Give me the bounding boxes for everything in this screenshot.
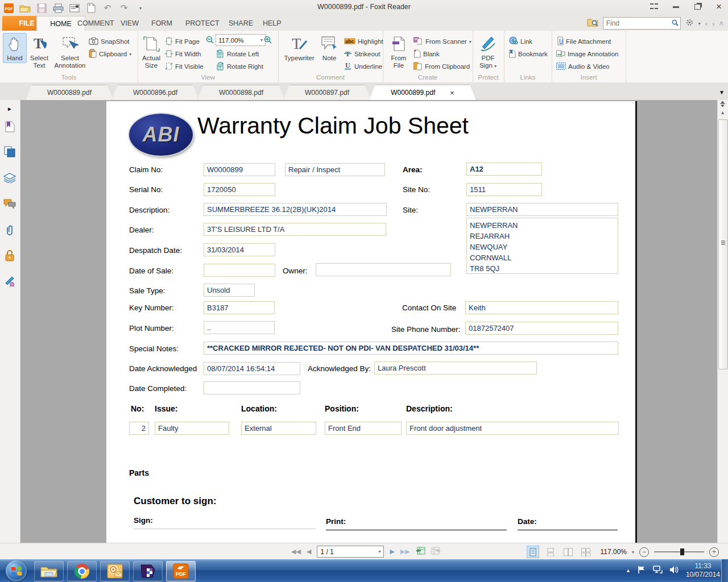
attachments-panel-icon[interactable] bbox=[3, 224, 16, 236]
claim-type-field[interactable]: Repair / Inspect bbox=[285, 163, 385, 176]
tab-protect[interactable]: PROTECT bbox=[177, 16, 228, 31]
fit-page-button[interactable]: Fit Page bbox=[165, 36, 200, 47]
site-phone-field[interactable]: 01872572407 bbox=[465, 322, 618, 335]
zoom-level-select[interactable]: 117.00%▾ bbox=[216, 34, 266, 46]
typewriter-button[interactable]: T Typewriter bbox=[283, 33, 316, 62]
tab-close-icon[interactable]: × bbox=[450, 89, 454, 97]
comments-panel-icon[interactable] bbox=[3, 198, 16, 210]
contact-on-site-field[interactable]: Keith bbox=[465, 301, 618, 314]
doc-tab-5-active[interactable]: W0000899.pdf× bbox=[369, 85, 476, 100]
doc-tab-2[interactable]: W0000896.pdf bbox=[111, 85, 199, 100]
file-attachment-button[interactable]: File Attachment bbox=[556, 36, 611, 47]
description-field[interactable]: SUMMERBREEZE 36.12(2B)(UK)2014 bbox=[204, 203, 387, 216]
issue-no-cell[interactable]: 2 bbox=[129, 422, 149, 435]
note-button[interactable]: Note bbox=[318, 33, 341, 62]
doc-tab-4[interactable]: W0000897.pdf bbox=[283, 85, 371, 100]
fit-width-button[interactable]: Fit Width bbox=[165, 48, 201, 60]
taskbar-chrome-button[interactable] bbox=[67, 561, 97, 581]
zoom-percent-caret-icon[interactable]: ▾ bbox=[632, 550, 634, 555]
previous-view-icon[interactable] bbox=[416, 546, 425, 557]
claim-no-field[interactable]: W0000899 bbox=[204, 163, 275, 176]
fullscreen-toggle-icon[interactable] bbox=[648, 2, 660, 11]
tab-view[interactable]: VIEW bbox=[113, 16, 147, 31]
zoom-out-button[interactable] bbox=[206, 35, 214, 46]
find-options-gear-icon[interactable] bbox=[685, 18, 694, 29]
hand-tool-button[interactable]: Hand bbox=[3, 33, 27, 63]
serial-no-field[interactable]: 1720050 bbox=[204, 183, 275, 196]
show-desktop-button[interactable] bbox=[721, 559, 728, 582]
bookmarks-panel-icon[interactable] bbox=[3, 120, 16, 133]
find-options-caret-icon[interactable]: ▾ bbox=[698, 21, 701, 26]
highlight-button[interactable]: abc Highlight bbox=[344, 36, 383, 47]
owner-field[interactable] bbox=[316, 263, 451, 276]
zoom-in-circle-icon[interactable]: + bbox=[709, 547, 719, 557]
signature-panel-icon[interactable] bbox=[3, 275, 16, 288]
pdf-sign-button[interactable]: PDF Sign ▾ bbox=[475, 33, 500, 70]
facing-view-icon[interactable] bbox=[562, 546, 574, 558]
taskbar-explorer-button[interactable] bbox=[34, 561, 64, 581]
key-number-field[interactable]: B3187 bbox=[204, 301, 275, 314]
from-scanner-button[interactable]: From Scanner▾ bbox=[413, 36, 471, 47]
find-next-icon[interactable]: › bbox=[712, 19, 714, 28]
start-button[interactable] bbox=[6, 560, 27, 581]
continuous-view-icon[interactable] bbox=[544, 546, 557, 558]
scroll-up-icon[interactable]: ▲ bbox=[719, 110, 726, 115]
find-input[interactable] bbox=[603, 17, 681, 30]
special-notes-field[interactable]: **CRACKED MIRROR REJECTED- NOT ON PDI- V… bbox=[204, 342, 618, 355]
page-number-input[interactable]: 1 / 1▾ bbox=[317, 546, 384, 558]
rotate-left-button[interactable]: Rotate Left bbox=[216, 48, 259, 60]
actual-size-button[interactable]: Actual Size bbox=[139, 33, 163, 69]
site-no-field[interactable]: 1511 bbox=[466, 183, 542, 196]
taskbar-outlook-button[interactable] bbox=[100, 561, 130, 581]
close-button[interactable]: × bbox=[713, 2, 725, 11]
zoom-out-circle-icon[interactable]: − bbox=[639, 547, 649, 557]
minimize-button[interactable] bbox=[670, 2, 681, 11]
site-address-box[interactable]: NEWPERRAN REJARRAH NEWQUAY CORNWALL TR8 … bbox=[466, 218, 618, 274]
underline-button[interactable]: U Underline bbox=[344, 61, 382, 72]
link-button[interactable]: Link bbox=[508, 36, 532, 47]
action-center-flag-icon[interactable] bbox=[638, 566, 646, 576]
snapshot-button[interactable]: SnapShot bbox=[89, 36, 130, 47]
taskbar-app-purple-button[interactable] bbox=[133, 561, 163, 581]
date-completed-field[interactable] bbox=[204, 381, 300, 394]
network-icon[interactable] bbox=[653, 566, 663, 576]
expand-panel-icon[interactable]: ► bbox=[3, 102, 16, 115]
sale-type-field[interactable]: Unsold bbox=[204, 284, 255, 297]
find-previous-icon[interactable]: ‹ bbox=[705, 19, 708, 28]
layers-panel-icon[interactable] bbox=[3, 172, 16, 184]
rotate-right-button[interactable]: Rotate Right bbox=[216, 61, 263, 72]
strikeout-button[interactable]: T Strikeout bbox=[344, 48, 380, 60]
dealer-field[interactable]: 3T'S LEISURE LTD T/A bbox=[204, 223, 386, 236]
select-annotation-button[interactable]: Select Annotation bbox=[54, 33, 86, 69]
restore-button[interactable] bbox=[692, 2, 703, 11]
bookmark-ribbon-button[interactable]: Bookmark bbox=[508, 48, 548, 60]
zoom-slider[interactable] bbox=[654, 551, 704, 552]
date-of-sale-field[interactable] bbox=[204, 264, 275, 277]
next-view-icon[interactable] bbox=[431, 546, 441, 557]
issue-description-cell[interactable]: Front door adjustment bbox=[406, 422, 619, 435]
search-folder-icon[interactable] bbox=[587, 18, 598, 29]
site-field[interactable]: NEWPERRAN bbox=[466, 203, 618, 216]
issue-cell[interactable]: Faulty bbox=[155, 422, 229, 435]
image-annotation-button[interactable]: Image Annotation bbox=[556, 48, 619, 60]
zoom-in-button[interactable] bbox=[264, 35, 272, 46]
first-page-icon[interactable]: ◀◀ bbox=[291, 548, 301, 555]
hidden-icons-arrow[interactable]: ▲ bbox=[626, 568, 631, 573]
clipboard-button[interactable]: Clipboard▾ bbox=[89, 48, 131, 60]
position-cell[interactable]: Front End bbox=[325, 422, 402, 435]
tab-overflow-icon[interactable]: ▼ bbox=[719, 89, 725, 95]
plot-number-field[interactable]: .. bbox=[204, 321, 275, 334]
from-file-button[interactable]: From File bbox=[388, 33, 409, 69]
doc-tab-3[interactable]: W0000898.pdf bbox=[197, 85, 285, 100]
tab-help[interactable]: HELP bbox=[255, 16, 289, 31]
last-page-icon[interactable]: ▶▶ bbox=[400, 548, 410, 555]
despatch-date-field[interactable]: 31/03/2014 bbox=[204, 243, 275, 256]
doc-tab-1[interactable]: W0000889.pdf bbox=[26, 85, 113, 100]
tab-form[interactable]: FORM bbox=[143, 16, 180, 31]
pages-panel-icon[interactable] bbox=[3, 146, 16, 158]
fit-visible-button[interactable]: Fit Visible bbox=[165, 61, 204, 72]
location-cell[interactable]: External bbox=[241, 422, 316, 435]
volume-icon[interactable] bbox=[669, 566, 679, 576]
taskbar-clock[interactable]: 11:33 10/07/2014 bbox=[686, 562, 720, 579]
security-panel-icon[interactable] bbox=[3, 249, 16, 261]
